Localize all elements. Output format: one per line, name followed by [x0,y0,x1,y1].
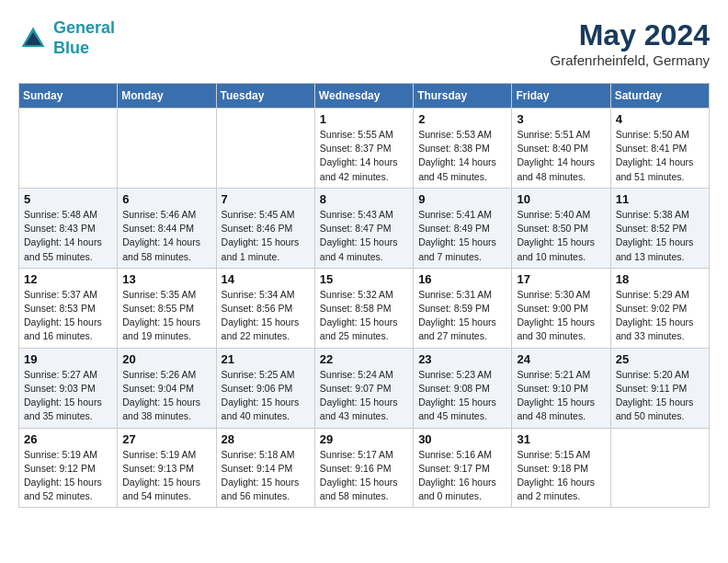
calendar-day-1: 1Sunrise: 5:55 AM Sunset: 8:37 PM Daylig… [314,109,413,189]
calendar-day-4: 4Sunrise: 5:50 AM Sunset: 8:41 PM Daylig… [610,109,709,189]
calendar-day-12: 12Sunrise: 5:37 AM Sunset: 8:53 PM Dayli… [19,268,118,348]
title-block: May 2024 Grafenrheinfeld, Germany [551,18,710,68]
calendar-day-21: 21Sunrise: 5:25 AM Sunset: 9:06 PM Dayli… [216,348,314,428]
calendar-day-30: 30Sunrise: 5:16 AM Sunset: 9:17 PM Dayli… [414,428,512,508]
day-info: Sunrise: 5:18 AM Sunset: 9:14 PM Dayligh… [222,448,310,504]
day-number: 17 [517,272,605,286]
day-info: Sunrise: 5:48 AM Sunset: 8:43 PM Dayligh… [24,208,112,264]
day-number: 21 [222,352,310,366]
day-info: Sunrise: 5:30 AM Sunset: 9:00 PM Dayligh… [517,288,605,344]
day-number: 7 [222,192,310,206]
calendar-day-29: 29Sunrise: 5:17 AM Sunset: 9:16 PM Dayli… [314,428,413,508]
calendar-week-row: 12Sunrise: 5:37 AM Sunset: 8:53 PM Dayli… [19,268,710,348]
day-number: 19 [24,352,112,366]
day-info: Sunrise: 5:45 AM Sunset: 8:46 PM Dayligh… [222,208,310,264]
day-info: Sunrise: 5:37 AM Sunset: 8:53 PM Dayligh… [24,288,112,344]
day-number: 13 [122,272,210,286]
day-number: 2 [418,112,506,126]
calendar-day-16: 16Sunrise: 5:31 AM Sunset: 8:59 PM Dayli… [414,268,512,348]
calendar-day-3: 3Sunrise: 5:51 AM Sunset: 8:40 PM Daylig… [512,109,610,189]
calendar-week-row: 5Sunrise: 5:48 AM Sunset: 8:43 PM Daylig… [19,188,710,268]
day-info: Sunrise: 5:26 AM Sunset: 9:04 PM Dayligh… [122,368,210,424]
calendar-table: SundayMondayTuesdayWednesdayThursdayFrid… [18,83,710,508]
calendar-day-22: 22Sunrise: 5:24 AM Sunset: 9:07 PM Dayli… [314,348,413,428]
weekday-friday: Friday [512,84,610,109]
day-info: Sunrise: 5:19 AM Sunset: 9:12 PM Dayligh… [24,448,112,504]
day-info: Sunrise: 5:38 AM Sunset: 8:52 PM Dayligh… [616,208,704,264]
day-info: Sunrise: 5:15 AM Sunset: 9:18 PM Dayligh… [517,448,605,504]
calendar-day-28: 28Sunrise: 5:18 AM Sunset: 9:14 PM Dayli… [216,428,314,508]
day-info: Sunrise: 5:41 AM Sunset: 8:49 PM Dayligh… [418,208,506,264]
weekday-sunday: Sunday [19,84,118,109]
day-number: 18 [616,272,704,286]
calendar-day-25: 25Sunrise: 5:20 AM Sunset: 9:11 PM Dayli… [610,348,709,428]
calendar-day-19: 19Sunrise: 5:27 AM Sunset: 9:03 PM Dayli… [19,348,118,428]
calendar-day-11: 11Sunrise: 5:38 AM Sunset: 8:52 PM Dayli… [610,188,709,268]
day-number: 24 [517,352,605,366]
day-number: 29 [320,432,408,446]
day-info: Sunrise: 5:51 AM Sunset: 8:40 PM Dayligh… [517,128,605,184]
day-number: 12 [24,272,112,286]
calendar-week-row: 1Sunrise: 5:55 AM Sunset: 8:37 PM Daylig… [19,109,710,189]
calendar-empty-cell [610,428,709,508]
calendar-header: SundayMondayTuesdayWednesdayThursdayFrid… [19,84,710,109]
calendar-day-17: 17Sunrise: 5:30 AM Sunset: 9:00 PM Dayli… [512,268,610,348]
day-number: 4 [616,112,704,126]
calendar-day-2: 2Sunrise: 5:53 AM Sunset: 8:38 PM Daylig… [414,109,512,189]
day-info: Sunrise: 5:40 AM Sunset: 8:50 PM Dayligh… [517,208,605,264]
calendar-week-row: 19Sunrise: 5:27 AM Sunset: 9:03 PM Dayli… [19,348,710,428]
day-number: 10 [517,192,605,206]
weekday-monday: Monday [118,84,216,109]
day-info: Sunrise: 5:17 AM Sunset: 9:16 PM Dayligh… [320,448,408,504]
day-info: Sunrise: 5:43 AM Sunset: 8:47 PM Dayligh… [320,208,408,264]
day-info: Sunrise: 5:16 AM Sunset: 9:17 PM Dayligh… [418,448,506,504]
day-number: 8 [320,192,408,206]
page-header: General Blue May 2024 Grafenrheinfeld, G… [18,18,710,68]
calendar-day-23: 23Sunrise: 5:23 AM Sunset: 9:08 PM Dayli… [414,348,512,428]
day-info: Sunrise: 5:55 AM Sunset: 8:37 PM Dayligh… [320,128,408,184]
location-subtitle: Grafenrheinfeld, Germany [551,52,710,68]
calendar-day-7: 7Sunrise: 5:45 AM Sunset: 8:46 PM Daylig… [216,188,314,268]
day-info: Sunrise: 5:24 AM Sunset: 9:07 PM Dayligh… [320,368,408,424]
day-number: 23 [418,352,506,366]
weekday-thursday: Thursday [414,84,512,109]
day-number: 5 [24,192,112,206]
day-number: 15 [320,272,408,286]
weekday-tuesday: Tuesday [216,84,314,109]
day-number: 3 [517,112,605,126]
calendar-day-8: 8Sunrise: 5:43 AM Sunset: 8:47 PM Daylig… [314,188,413,268]
calendar-day-27: 27Sunrise: 5:19 AM Sunset: 9:13 PM Dayli… [118,428,216,508]
day-info: Sunrise: 5:25 AM Sunset: 9:06 PM Dayligh… [222,368,310,424]
day-number: 20 [122,352,210,366]
day-number: 26 [24,432,112,446]
day-number: 30 [418,432,506,446]
calendar-empty-cell [216,109,314,189]
day-number: 14 [222,272,310,286]
calendar-empty-cell [19,109,118,189]
day-info: Sunrise: 5:32 AM Sunset: 8:58 PM Dayligh… [320,288,408,344]
calendar-day-24: 24Sunrise: 5:21 AM Sunset: 9:10 PM Dayli… [512,348,610,428]
day-info: Sunrise: 5:31 AM Sunset: 8:59 PM Dayligh… [418,288,506,344]
day-info: Sunrise: 5:46 AM Sunset: 8:44 PM Dayligh… [122,208,210,264]
day-number: 25 [616,352,704,366]
calendar-body: 1Sunrise: 5:55 AM Sunset: 8:37 PM Daylig… [19,109,710,508]
day-info: Sunrise: 5:53 AM Sunset: 8:38 PM Dayligh… [418,128,506,184]
day-number: 1 [320,112,408,126]
logo-icon [18,24,48,53]
day-number: 31 [517,432,605,446]
logo: General Blue [18,18,115,58]
day-number: 11 [616,192,704,206]
calendar-day-18: 18Sunrise: 5:29 AM Sunset: 9:02 PM Dayli… [610,268,709,348]
calendar-day-5: 5Sunrise: 5:48 AM Sunset: 8:43 PM Daylig… [19,188,118,268]
calendar-day-20: 20Sunrise: 5:26 AM Sunset: 9:04 PM Dayli… [118,348,216,428]
calendar-day-6: 6Sunrise: 5:46 AM Sunset: 8:44 PM Daylig… [118,188,216,268]
day-info: Sunrise: 5:27 AM Sunset: 9:03 PM Dayligh… [24,368,112,424]
day-number: 22 [320,352,408,366]
weekday-saturday: Saturday [610,84,709,109]
calendar-day-31: 31Sunrise: 5:15 AM Sunset: 9:18 PM Dayli… [512,428,610,508]
day-number: 9 [418,192,506,206]
calendar-day-14: 14Sunrise: 5:34 AM Sunset: 8:56 PM Dayli… [216,268,314,348]
day-info: Sunrise: 5:19 AM Sunset: 9:13 PM Dayligh… [122,448,210,504]
day-info: Sunrise: 5:34 AM Sunset: 8:56 PM Dayligh… [222,288,310,344]
month-year-title: May 2024 [551,18,710,52]
